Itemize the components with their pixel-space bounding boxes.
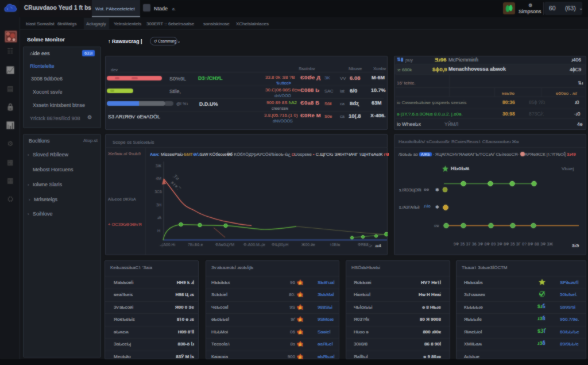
svg-text:ФАѳ0ЦУМ: ФАѳ0ЦУМ xyxy=(215,243,234,247)
svg-text:7Бі.Б6.е: 7Бі.Б6.е xyxy=(188,243,203,247)
svg-text:ɹɹ4: ɹɹ4 xyxy=(375,243,381,248)
svg-text:Ж00.ӥе: Ж00.ӥе xyxy=(301,243,315,247)
svg-text:١0Бاѳ: ١0Бاѳ xyxy=(330,243,340,247)
svg-text:ؼА00.Ні: ؼА00.Ні xyxy=(160,243,176,248)
svg-text:3С6: 3С6 xyxy=(154,190,162,194)
svg-text:ФاЦ00рН: ФاЦ00рН xyxy=(272,243,288,247)
svg-text:Н: Н xyxy=(157,229,160,233)
svg-text:3Ж: 3Ж xyxy=(156,164,162,168)
svg-text:ɹА: ɹА xyxy=(157,216,161,220)
svg-text:оѡ: оѡ xyxy=(434,224,439,228)
svg-text:Ф-А00.Мؼе: Ф-А00.Мؼе xyxy=(243,243,265,248)
svg-text:ФЯБ8يؿ: ФЯБ8يؿ xyxy=(358,243,372,247)
svg-text:3Н: 3Н xyxy=(156,203,161,207)
svg-text:4М: 4М xyxy=(156,176,161,180)
